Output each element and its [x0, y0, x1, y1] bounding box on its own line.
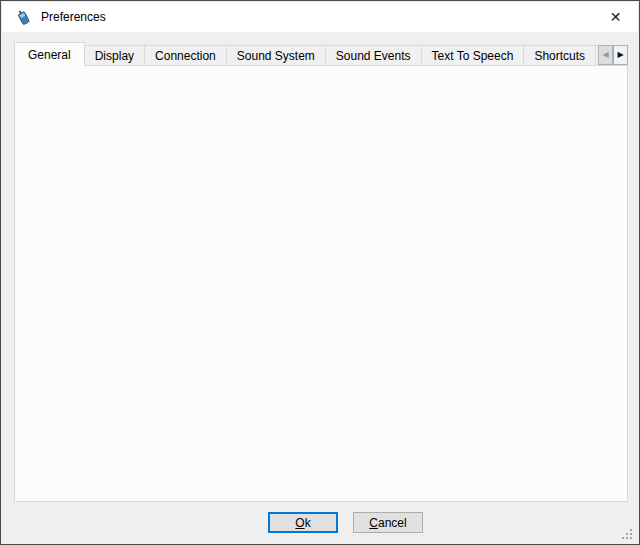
tab-shortcuts[interactable]: Shortcuts [523, 45, 596, 65]
general-tab-panel [14, 65, 628, 502]
tab-scroll-right-icon: ▶ [617, 51, 623, 59]
tab-display[interactable]: Display [84, 45, 145, 65]
app-icon [15, 9, 32, 26]
tab-scroll-left-icon: ◀ [602, 51, 608, 59]
tab-general[interactable]: General [14, 42, 85, 66]
tab-bar: General Display Connection Sound System … [14, 42, 628, 66]
cancel-button[interactable]: Cancel [353, 512, 423, 533]
preferences-dialog: Preferences ✕ General Display Connection… [0, 0, 640, 545]
close-icon: ✕ [610, 9, 622, 25]
resize-grip-icon[interactable] [620, 527, 633, 540]
tab-sound-events[interactable]: Sound Events [325, 45, 422, 65]
tab-scroll-left-button[interactable]: ◀ [598, 45, 613, 65]
window-title: Preferences [41, 10, 106, 24]
close-button[interactable]: ✕ [593, 2, 638, 32]
tab-sound-system[interactable]: Sound System [226, 45, 326, 65]
tab-scroll-right-button[interactable]: ▶ [613, 45, 628, 65]
tab-text-to-speech[interactable]: Text To Speech [421, 45, 525, 65]
titlebar[interactable]: Preferences ✕ [2, 2, 638, 32]
tab-connection[interactable]: Connection [144, 45, 227, 65]
ok-button[interactable]: Ok [268, 512, 338, 533]
